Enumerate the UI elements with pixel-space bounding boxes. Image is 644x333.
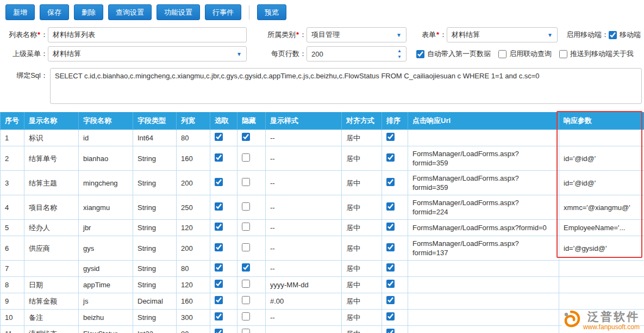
sort-checkbox[interactable] (386, 153, 395, 162)
sort-checkbox[interactable] (386, 202, 395, 211)
hidden-checkbox-cell (237, 171, 266, 195)
preview-button[interactable]: 预览 (257, 4, 286, 20)
sort-checkbox[interactable] (386, 133, 395, 141)
select-checkbox[interactable] (215, 153, 223, 162)
form-select[interactable]: 材料结算 ▼ (447, 27, 558, 42)
list-name-input[interactable] (48, 27, 247, 42)
row-number-cell: 4 (1, 195, 24, 220)
select-checkbox[interactable] (215, 263, 223, 272)
rows-per-page-stepper[interactable]: 200 ▲ ▼ (307, 46, 407, 61)
column-width-cell: 160 (177, 146, 210, 171)
row-number-cell: 3 (1, 171, 24, 195)
sort-checkbox[interactable] (386, 263, 395, 272)
hidden-checkbox-cell (237, 326, 266, 333)
hidden-checkbox[interactable] (242, 178, 250, 186)
rows-per-page-value: 200 (311, 50, 323, 58)
add-button[interactable]: 新增 (5, 4, 35, 20)
field-name-cell: gys (79, 236, 133, 261)
header-display-style: 显示样式 (266, 112, 342, 130)
select-checkbox[interactable] (215, 178, 223, 186)
header-hidden: 隐藏 (237, 112, 266, 130)
parent-menu-label: 上级菜单： (0, 49, 48, 59)
display-name-cell: 项目名称 (24, 195, 79, 220)
select-checkbox[interactable] (215, 223, 223, 231)
display-style-cell: -- (266, 220, 342, 236)
linked-query-checkbox[interactable] (498, 50, 507, 58)
hidden-checkbox[interactable] (242, 263, 250, 272)
linked-query-group: 启用联动查询 (498, 49, 552, 59)
table-row: 4项目名称xiangmuString250--居中FormsManager/Lo… (1, 195, 644, 220)
field-name-cell: gysid (79, 261, 133, 277)
sort-checkbox[interactable] (386, 178, 395, 186)
align-cell: 居中 (342, 220, 382, 236)
select-checkbox[interactable] (215, 133, 223, 141)
click-url-cell (408, 326, 559, 333)
select-checkbox[interactable] (215, 312, 223, 320)
sort-checkbox-cell (382, 220, 408, 236)
linked-query-label: 启用联动查询 (509, 49, 552, 59)
display-style-cell: -- (266, 146, 342, 171)
parent-menu-select[interactable]: 材料结算 ▼ (48, 46, 247, 61)
display-style-cell: -- (266, 171, 342, 195)
hidden-checkbox[interactable] (242, 133, 250, 141)
push-mobile-checkbox[interactable] (559, 50, 567, 58)
query-settings-button[interactable]: 查询设置 (108, 4, 152, 20)
response-param-cell (559, 261, 644, 277)
sort-checkbox[interactable] (386, 223, 395, 231)
sort-checkbox-cell (382, 326, 408, 333)
hidden-checkbox[interactable] (242, 296, 250, 304)
select-checkbox[interactable] (215, 243, 223, 251)
display-style-cell: -- (266, 236, 342, 261)
sort-checkbox[interactable] (386, 312, 395, 320)
category-select[interactable]: 项目管理 ▼ (307, 27, 407, 42)
hidden-checkbox[interactable] (242, 329, 250, 333)
website-url: www.fanpusoft.com (583, 323, 640, 331)
header-field-type: 字段类型 (133, 112, 177, 130)
hidden-checkbox[interactable] (242, 280, 250, 288)
field-name-cell: appTime (79, 277, 133, 293)
spin-down-icon[interactable]: ▼ (395, 54, 404, 60)
save-button[interactable]: 保存 (40, 4, 69, 20)
sort-checkbox[interactable] (386, 296, 395, 304)
select-checkbox[interactable] (215, 280, 223, 288)
select-checkbox[interactable] (215, 329, 223, 333)
list-name-label: 列表名称*： (0, 30, 48, 40)
display-name-cell: 标识 (24, 130, 79, 146)
select-checkbox[interactable] (215, 202, 223, 211)
align-cell: 居中 (342, 293, 382, 310)
function-settings-button[interactable]: 功能设置 (157, 4, 200, 20)
sort-checkbox-cell (382, 310, 408, 326)
hidden-checkbox[interactable] (242, 312, 250, 320)
sort-checkbox[interactable] (386, 243, 395, 251)
form-value: 材料结算 (452, 30, 480, 40)
delete-button[interactable]: 删除 (74, 4, 103, 20)
hidden-checkbox[interactable] (242, 202, 250, 211)
enable-mobile-checkbox[interactable] (609, 31, 617, 39)
hidden-checkbox[interactable] (242, 243, 250, 251)
select-checkbox-cell (210, 236, 237, 261)
align-cell: 居中 (342, 236, 382, 261)
sort-checkbox[interactable] (386, 329, 395, 333)
push-mobile-group: 推送到移动端关于我 (559, 49, 634, 59)
hidden-checkbox[interactable] (242, 153, 250, 162)
select-checkbox[interactable] (215, 296, 223, 304)
row-event-button[interactable]: 行事件 (205, 4, 241, 20)
table-header-row: 序号 显示名称 字段名称 字段类型 列宽 选取 隐藏 显示样式 对齐方式 排序 … (1, 112, 644, 130)
bind-sql-textarea[interactable]: SELECT c.id,c.bianhao,c.mingcheng,c.xian… (50, 68, 642, 104)
sort-checkbox-cell (382, 146, 408, 171)
response-param-cell: xmmc='@xiangmu@' (559, 195, 644, 220)
header-align: 对齐方式 (342, 112, 382, 130)
sort-checkbox[interactable] (386, 280, 395, 288)
auto-first-page-checkbox[interactable] (416, 50, 424, 58)
display-name-cell: 备注 (24, 310, 79, 326)
column-width-cell: 120 (177, 277, 210, 293)
category-label: 所属类别*： (254, 30, 307, 40)
row-number-cell: 10 (1, 310, 24, 326)
hidden-checkbox[interactable] (242, 223, 250, 231)
field-type-cell: String (133, 195, 177, 220)
spin-up-icon[interactable]: ▲ (395, 48, 404, 54)
click-url-cell: FormsManager/LoadForms.aspx? formid=137 (408, 236, 559, 261)
field-name-cell: id (79, 130, 133, 146)
column-width-cell: 80 (177, 326, 210, 333)
enable-mobile-label: 启用移动端： (558, 30, 609, 40)
